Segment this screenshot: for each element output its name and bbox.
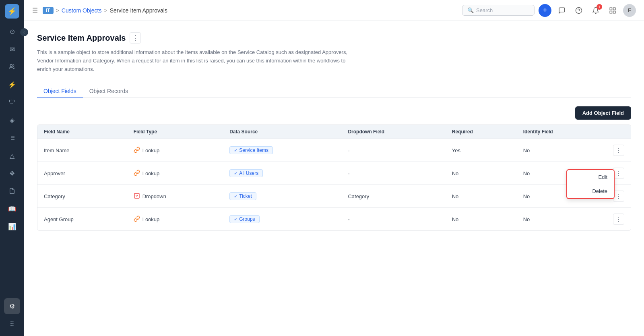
lookup-icon: [134, 170, 140, 177]
dropdown-icon: [134, 193, 140, 200]
row-more-btn[interactable]: ⋮: [613, 168, 624, 179]
apps-btn[interactable]: [606, 4, 619, 17]
check-icon: ✓: [234, 217, 237, 222]
sidebar-icon-automation[interactable]: ⚡: [4, 77, 20, 93]
sidebar-icon-home[interactable]: ⊙: [4, 23, 20, 39]
add-new-btn[interactable]: +: [539, 4, 551, 17]
page-more-btn[interactable]: ⋮: [130, 32, 141, 44]
col-data-source: Data Source: [223, 125, 341, 139]
cell-required: Yes: [446, 139, 517, 162]
field-type-label: Lookup: [142, 147, 160, 153]
data-source-tag: ✓ Service Items: [229, 146, 273, 154]
svg-rect-13: [134, 193, 139, 198]
svg-point-0: [10, 64, 12, 66]
user-avatar[interactable]: F: [623, 4, 636, 17]
search-placeholder: Search: [476, 7, 493, 13]
col-field-type: Field Type: [127, 125, 223, 139]
tab-object-fields[interactable]: Object Fields: [37, 85, 83, 98]
hamburger-icon[interactable]: ☰: [32, 6, 38, 14]
app-logo[interactable]: ⚡: [5, 4, 19, 19]
field-type-label: Lookup: [142, 216, 160, 222]
cell-field-type: Lookup: [127, 162, 223, 185]
sidebar-icon-shield[interactable]: 🛡: [4, 94, 20, 110]
help-btn[interactable]: [572, 4, 585, 17]
breadcrumb-sep1: >: [56, 7, 59, 14]
breadcrumb-current-page: Service Item Approvals: [110, 7, 167, 14]
cell-row-actions: ⋮: [607, 139, 631, 162]
tabs-container: Object Fields Object Records: [37, 85, 631, 98]
sidebar-icon-book[interactable]: 📖: [4, 201, 20, 217]
table-header-row: Field Name Field Type Data Source Dropdo…: [37, 125, 631, 139]
topnav-right: 🔍 Search + 1 F: [462, 4, 636, 17]
topnav: ☰ IT > Custom Objects > Service Item App…: [24, 0, 644, 21]
breadcrumb: IT > Custom Objects > Service Item Appro…: [43, 7, 167, 14]
notifications-btn[interactable]: 1: [589, 4, 602, 17]
col-dropdown-field: Dropdown Field: [341, 125, 445, 139]
data-source-tag: ✓ Groups: [229, 215, 259, 223]
sidebar-icon-layers[interactable]: ◈: [4, 112, 20, 128]
tab-object-records[interactable]: Object Records: [83, 85, 134, 98]
row-more-btn[interactable]: ⋮: [613, 145, 624, 156]
table-row: Approver Lookup ✓: [37, 162, 631, 185]
breadcrumb-sep2: >: [104, 7, 107, 14]
sidebar-collapse-btn[interactable]: ‹: [20, 28, 28, 36]
add-btn-wrapper: Add Object Field: [37, 106, 631, 120]
cell-dropdown-field: -: [341, 162, 445, 185]
cell-field-name: Approver: [37, 162, 127, 185]
cell-field-name: Category: [37, 185, 127, 208]
cell-data-source: ✓ Ticket: [223, 185, 341, 208]
col-identity-field: Identity Field: [517, 125, 607, 139]
col-field-name: Field Name: [37, 125, 127, 139]
breadcrumb-it-badge[interactable]: IT: [43, 7, 54, 14]
main-wrapper: ☰ IT > Custom Objects > Service Item App…: [24, 0, 644, 336]
cell-data-source: ✓ Groups: [223, 208, 341, 231]
svg-rect-10: [613, 8, 615, 10]
sidebar-icon-list[interactable]: [4, 130, 20, 146]
table-row: Category Dropdown ✓: [37, 185, 631, 208]
table-row: Item Name Lookup ✓: [37, 139, 631, 162]
main-content: Service Item Approvals ⋮ This is a sampl…: [24, 21, 644, 336]
row-context-menu: Edit Delete: [566, 169, 615, 199]
row-more-btn[interactable]: ⋮: [613, 191, 624, 202]
check-icon: ✓: [234, 148, 237, 153]
data-source-tag: ✓ Ticket: [229, 192, 256, 200]
row-more-btn[interactable]: ⋮: [613, 214, 624, 225]
sidebar-icon-inbox[interactable]: ✉: [4, 41, 20, 57]
lookup-icon: [134, 147, 140, 154]
cell-row-actions: ⋮: [607, 208, 631, 231]
cell-required: No: [446, 185, 517, 208]
messages-btn[interactable]: [555, 4, 568, 17]
add-object-field-button[interactable]: Add Object Field: [575, 106, 631, 120]
sidebar-icon-docs[interactable]: [4, 183, 20, 199]
page-title: Service Item Approvals: [37, 33, 126, 43]
sidebar: ⚡ ‹ ⊙ ✉ ⚡ 🛡 ◈ △ ❖ 📖 📊 ⚙ ⠿: [0, 0, 24, 336]
sidebar-icon-objects[interactable]: ❖: [4, 165, 20, 181]
cell-identity-field: No: [517, 208, 607, 231]
context-menu-delete[interactable]: Delete: [567, 184, 614, 198]
search-box[interactable]: 🔍 Search: [462, 5, 535, 16]
object-fields-table: Field Name Field Type Data Source Dropdo…: [37, 124, 631, 231]
sidebar-icon-contacts[interactable]: [4, 59, 20, 75]
check-icon: ✓: [234, 171, 237, 176]
check-icon: ✓: [234, 194, 237, 199]
col-actions: [607, 125, 631, 139]
svg-rect-12: [610, 11, 612, 13]
cell-required: No: [446, 208, 517, 231]
context-menu-edit[interactable]: Edit: [567, 170, 614, 184]
svg-rect-9: [610, 8, 612, 10]
cell-required: No: [446, 162, 517, 185]
search-icon: 🔍: [467, 7, 474, 13]
sidebar-icon-grid[interactable]: ⠿: [4, 316, 20, 332]
lookup-icon: [134, 216, 140, 223]
field-type-label: Lookup: [142, 170, 160, 176]
breadcrumb-custom-objects[interactable]: Custom Objects: [62, 7, 102, 14]
cell-data-source: ✓ All Users: [223, 162, 341, 185]
page-header: Service Item Approvals ⋮: [37, 32, 631, 44]
cell-identity-field: No: [517, 139, 607, 162]
sidebar-icon-chart[interactable]: 📊: [4, 218, 20, 234]
cell-field-type: Lookup: [127, 208, 223, 231]
sidebar-icon-settings[interactable]: ⚙: [4, 298, 20, 314]
cell-data-source: ✓ Service Items: [223, 139, 341, 162]
cell-field-name: Item Name: [37, 139, 127, 162]
sidebar-icon-alert[interactable]: △: [4, 147, 20, 164]
